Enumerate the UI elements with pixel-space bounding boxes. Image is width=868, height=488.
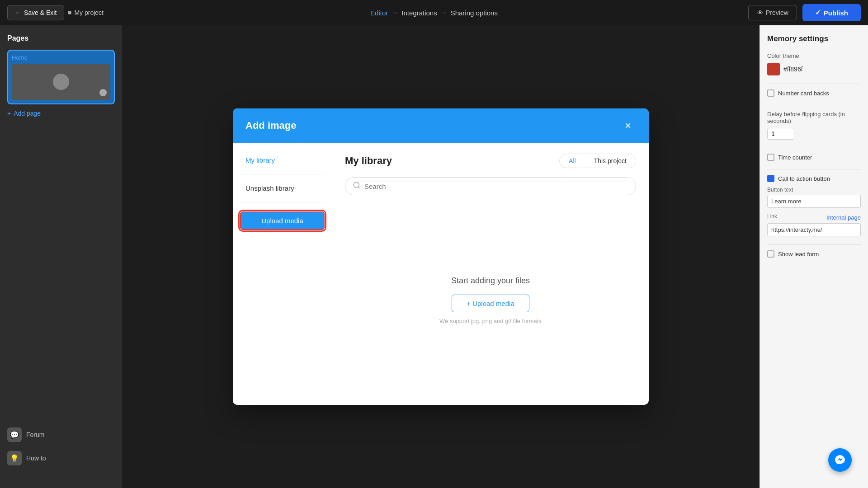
- modal-main-content: My library All This project: [332, 143, 649, 405]
- center-content: Add image × My library Unsplash library …: [122, 25, 760, 488]
- filter-group: All This project: [559, 154, 636, 168]
- number-card-backs-label: Number card backs: [778, 90, 829, 97]
- forum-icon: 💬: [7, 427, 22, 442]
- cta-button-toggle[interactable]: [767, 175, 774, 182]
- modal-nav-my-library[interactable]: My library: [240, 152, 325, 169]
- button-text-input[interactable]: [767, 195, 861, 208]
- checkmark-icon: ✓: [815, 9, 821, 17]
- upload-media-sidebar-button[interactable]: Upload media: [240, 211, 325, 230]
- modal-nav-unsplash[interactable]: Unsplash library: [240, 180, 325, 197]
- color-swatch[interactable]: [767, 63, 780, 75]
- sidebar-howto-item[interactable]: 💡 How to: [7, 446, 115, 470]
- nav-sharing-options[interactable]: Sharing options: [451, 9, 498, 17]
- filter-all-button[interactable]: All: [560, 154, 585, 168]
- internal-page-link[interactable]: Internal page: [826, 214, 861, 221]
- sidebar-forum-item[interactable]: 💬 Forum: [7, 423, 115, 446]
- delay-label: Delay before flipping cards (in seconds): [767, 111, 861, 124]
- plus-icon: +: [7, 110, 11, 117]
- sidebar-bottom: 💬 Forum 💡 How to: [0, 423, 122, 470]
- pages-sidebar: Pages Home + Add page 💬 Forum 💡 How to: [0, 25, 122, 488]
- thumb-circle: [53, 74, 69, 90]
- modal-close-button[interactable]: ×: [620, 117, 636, 134]
- dot-indicator: [68, 11, 71, 14]
- search-icon: [353, 181, 361, 191]
- link-row: Link Internal page: [767, 213, 861, 221]
- time-counter-toggle[interactable]: [767, 154, 774, 161]
- right-panel: Memory settings Color theme #ff896f Numb…: [760, 25, 868, 488]
- modal-title: Add image: [245, 120, 296, 131]
- cta-button-label: Call to action button: [778, 175, 830, 182]
- add-page-button[interactable]: + Add page: [7, 110, 115, 117]
- preview-button[interactable]: 👁 Preview: [748, 5, 797, 20]
- modal-content-title: My library: [345, 155, 392, 167]
- color-row: #ff896f: [767, 63, 861, 75]
- color-theme-label: Color theme: [767, 52, 861, 59]
- show-lead-form-label: Show lead form: [778, 251, 819, 258]
- delay-section: Delay before flipping cards (in seconds): [767, 111, 861, 140]
- panel-divider-1: [767, 84, 861, 84]
- number-card-backs-toggle[interactable]: [767, 89, 774, 97]
- arrow-right-icon: →: [392, 9, 398, 16]
- empty-state: Start adding your files + Upload media W…: [345, 206, 636, 394]
- nav-integrations[interactable]: Integrations: [401, 9, 437, 17]
- color-value: #ff896f: [783, 66, 803, 73]
- modal-body: My library Unsplash library Upload media…: [233, 143, 649, 405]
- topbar-right: 👁 Preview ✓ Publish: [748, 4, 861, 21]
- number-card-backs-section: Number card backs: [767, 89, 861, 97]
- messenger-fab[interactable]: [828, 448, 852, 472]
- modal-nav-divider: [240, 174, 325, 174]
- filter-this-project-button[interactable]: This project: [585, 154, 636, 168]
- panel-divider-4: [767, 169, 861, 169]
- show-lead-form-toggle[interactable]: [767, 250, 774, 258]
- arrow-right-icon-2: →: [441, 9, 447, 16]
- svg-point-0: [354, 182, 359, 188]
- modal-header: Add image ×: [233, 108, 649, 143]
- topbar: ← Save & Exit My project Editor → Integr…: [0, 0, 868, 25]
- arrow-left-icon: ←: [15, 9, 21, 16]
- main-layout: Pages Home + Add page 💬 Forum 💡 How to: [0, 25, 868, 488]
- nav-editor[interactable]: Editor: [370, 9, 388, 17]
- panel-divider-2: [767, 105, 861, 105]
- color-theme-section: Color theme #ff896f: [767, 52, 861, 75]
- cta-button-row: Call to action button: [767, 175, 861, 182]
- save-exit-button[interactable]: ← Save & Exit: [7, 5, 64, 20]
- time-counter-row: Time counter: [767, 154, 861, 161]
- time-counter-section: Time counter: [767, 154, 861, 161]
- link-input[interactable]: [767, 223, 861, 236]
- empty-state-title: Start adding your files: [451, 276, 530, 286]
- add-image-modal: Add image × My library Unsplash library …: [233, 108, 649, 405]
- modal-sidebar: My library Unsplash library Upload media: [233, 143, 332, 405]
- topbar-left: ← Save & Exit My project: [7, 5, 104, 20]
- delay-input[interactable]: [767, 128, 794, 140]
- publish-button[interactable]: ✓ Publish: [802, 4, 861, 21]
- show-lead-form-section: Show lead form: [767, 250, 861, 258]
- project-name: My project: [68, 9, 104, 16]
- eye-icon: 👁: [757, 9, 763, 16]
- pages-sidebar-title: Pages: [7, 34, 115, 42]
- empty-state-hint: We support jpg, png and gif file formats: [439, 318, 542, 324]
- modal-content-header: My library All This project: [345, 154, 636, 168]
- show-lead-form-row: Show lead form: [767, 250, 861, 258]
- search-bar: [345, 177, 636, 195]
- time-counter-label: Time counter: [778, 154, 812, 161]
- svg-line-1: [358, 187, 359, 188]
- upload-media-center-button[interactable]: + Upload media: [452, 295, 529, 312]
- number-card-backs-row: Number card backs: [767, 89, 861, 97]
- page-card-thumbnail: [12, 64, 110, 100]
- panel-divider-5: [767, 244, 861, 245]
- panel-divider-3: [767, 148, 861, 148]
- button-text-sublabel: Button text: [767, 187, 861, 193]
- howto-icon: 💡: [7, 451, 22, 465]
- page-card-label: Home: [12, 54, 110, 61]
- modal-nav-divider-2: [240, 202, 325, 202]
- link-label: Link: [767, 213, 777, 220]
- thumb-dot: [99, 89, 107, 96]
- topbar-center-nav: Editor → Integrations → Sharing options: [370, 9, 498, 17]
- page-card-home[interactable]: Home: [7, 50, 115, 104]
- panel-title: Memory settings: [767, 34, 861, 43]
- cta-section: Call to action button Button text Link I…: [767, 175, 861, 236]
- search-input[interactable]: [364, 183, 628, 190]
